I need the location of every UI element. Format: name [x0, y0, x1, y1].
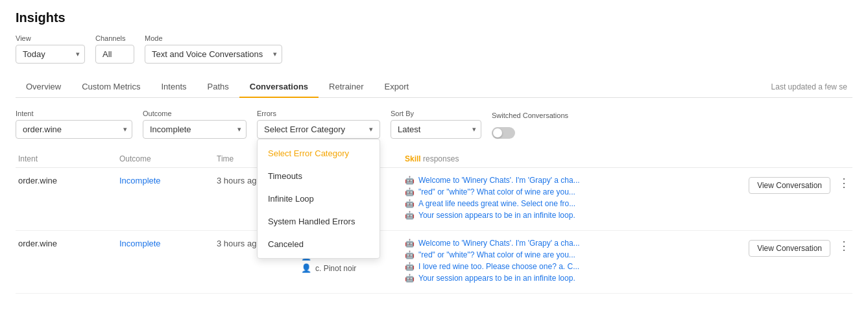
errors-dropdown-menu: Select Error Category Timeouts Infinite …	[257, 139, 380, 259]
bot-icon: 🤖	[405, 262, 415, 271]
skill-item: 🤖 Welcome to 'Winery Chats'. I'm 'Grapy'…	[405, 239, 749, 248]
skill-text: Your session appears to be in an infinit…	[418, 274, 575, 283]
table-row: order.wine Incomplete 3 hours ago 👤 orde…	[16, 231, 852, 294]
sort-select[interactable]: Latest Oldest	[391, 120, 481, 139]
skill-item: 🤖 Your session appears to be in an infin…	[405, 274, 749, 283]
skill-item: 🤖 I love red wine too. Please choose one…	[405, 262, 749, 271]
sort-select-wrapper: Latest Oldest ▾	[391, 120, 481, 139]
mode-select-wrapper: Text and Voice Conversations Text Conver…	[145, 45, 282, 64]
intent-select-wrapper: order.wine ▾	[16, 120, 132, 139]
errors-option-canceled[interactable]: Canceled	[258, 233, 380, 255]
secondary-filters: Intent order.wine ▾ Outcome Incomplete C…	[16, 110, 852, 139]
skill-item: 🤖 A great life needs great wine. Select …	[405, 199, 749, 208]
mode-label: Mode	[145, 34, 282, 42]
switched-label: Switched Conversations	[492, 112, 568, 119]
skill-text: Welcome to 'Winery Chats'. I'm 'Grapy' a…	[418, 176, 580, 185]
errors-option-select-error[interactable]: Select Error Category	[258, 142, 380, 165]
view-conversation-button-1[interactable]: View Conversation	[749, 177, 830, 194]
errors-dropdown-wrap: Select Error Category ▾ Select Error Cat…	[257, 120, 380, 139]
intent-select[interactable]: order.wine	[16, 120, 132, 139]
tab-custom-metrics[interactable]: Custom Metrics	[71, 77, 151, 98]
toggle-knob	[493, 128, 502, 137]
channels-filter-group: Channels	[95, 34, 134, 64]
row-skill-2: 🤖 Welcome to 'Winery Chats'. I'm 'Grapy'…	[405, 239, 749, 285]
errors-option-infinite-loop[interactable]: Infinite Loop	[258, 187, 380, 210]
last-updated: Last updated a few se	[771, 82, 852, 91]
switched-toggle[interactable]	[492, 127, 515, 139]
outcome-select[interactable]: Incomplete Complete	[143, 120, 247, 139]
skill-text: "red" or "white"? What color of wine are…	[418, 250, 575, 259]
tabs-row: Overview Custom Metrics Intents Paths Co…	[16, 77, 852, 98]
errors-option-timeouts[interactable]: Timeouts	[258, 165, 380, 187]
page-title: Insights	[16, 10, 852, 25]
skill-text: Welcome to 'Winery Chats'. I'm 'Grapy' a…	[418, 239, 580, 248]
bot-icon: 🤖	[405, 199, 415, 208]
errors-option-system-handled[interactable]: System Handled Errors	[258, 210, 380, 233]
errors-filter-label: Errors	[257, 110, 380, 117]
bot-icon: 🤖	[405, 250, 415, 259]
sort-filter-label: Sort By	[391, 110, 481, 117]
view-conversation-button-2[interactable]: View Conversation	[749, 240, 830, 257]
tab-retrainer[interactable]: Retrainer	[319, 77, 374, 98]
skill-text: I love red wine too. Please choose one? …	[418, 262, 579, 271]
person-icon: 👤	[301, 263, 311, 273]
row-intent-1: order.wine	[16, 176, 119, 185]
intent-filter-label: Intent	[16, 110, 132, 117]
mode-filter-group: Mode Text and Voice Conversations Text C…	[145, 34, 282, 64]
col-header-intent: Intent	[16, 154, 119, 163]
table-row: order.wine Incomplete 3 hours ago 🤖 Welc…	[16, 168, 852, 231]
bot-icon: 🤖	[405, 187, 415, 196]
errors-select-arrow: ▾	[369, 125, 373, 134]
tab-paths[interactable]: Paths	[197, 77, 239, 98]
table-header: Intent Outcome Time Conversation Skill r…	[16, 150, 852, 168]
row-intent-2: order.wine	[16, 239, 119, 248]
tab-export[interactable]: Export	[374, 77, 420, 98]
skill-item: 🤖 Your session appears to be in an infin…	[405, 211, 749, 220]
view-label: View	[16, 34, 85, 42]
row-actions-1: View Conversation ⋮	[749, 176, 852, 194]
mode-select[interactable]: Text and Voice Conversations Text Conver…	[145, 45, 282, 64]
row-skill-1: 🤖 Welcome to 'Winery Chats'. I'm 'Grapy'…	[405, 176, 749, 222]
sort-filter-group: Sort By Latest Oldest ▾	[391, 110, 481, 139]
bot-icon: 🤖	[405, 239, 415, 248]
convo-item: 👤 c. Pinot noir	[301, 263, 405, 273]
row-outcome-1: Incomplete	[119, 176, 217, 185]
view-select[interactable]: Today Yesterday Last 7 days	[16, 45, 85, 64]
bot-icon: 🤖	[405, 211, 415, 220]
row-actions-2: View Conversation ⋮	[749, 239, 852, 257]
intent-filter-group: Intent order.wine ▾	[16, 110, 132, 139]
skill-item: 🤖 Welcome to 'Winery Chats'. I'm 'Grapy'…	[405, 176, 749, 185]
col-header-outcome: Outcome	[119, 154, 217, 163]
view-filter-group: View Today Yesterday Last 7 days ▾	[16, 34, 85, 64]
channels-label: Channels	[95, 34, 134, 42]
col-header-skill: Skill responses	[405, 154, 749, 163]
tab-intents[interactable]: Intents	[151, 77, 197, 98]
bot-icon: 🤖	[405, 274, 415, 283]
outcome-filter-label: Outcome	[143, 110, 247, 117]
channels-input[interactable]	[95, 45, 134, 64]
switched-conversations-group: Switched Conversations	[492, 112, 568, 139]
more-options-button-2[interactable]: ⋮	[836, 240, 852, 252]
errors-filter-group: Errors Select Error Category ▾ Select Er…	[257, 110, 380, 139]
errors-select-trigger[interactable]: Select Error Category ▾	[257, 120, 380, 139]
skill-text: Your session appears to be in an infinit…	[418, 211, 575, 220]
skill-item: 🤖 "red" or "white"? What color of wine a…	[405, 250, 749, 259]
view-select-wrapper: Today Yesterday Last 7 days ▾	[16, 45, 85, 64]
outcome-filter-group: Outcome Incomplete Complete ▾	[143, 110, 247, 139]
row-outcome-2: Incomplete	[119, 239, 217, 248]
bot-icon: 🤖	[405, 176, 415, 185]
top-filters: View Today Yesterday Last 7 days ▾ Chann…	[16, 34, 852, 64]
errors-select-value: Select Error Category	[264, 124, 345, 134]
skill-text: "red" or "white"? What color of wine are…	[418, 187, 575, 196]
skill-item: 🤖 "red" or "white"? What color of wine a…	[405, 187, 749, 196]
convo-text: c. Pinot noir	[315, 264, 356, 273]
skill-text: A great life needs great wine. Select on…	[418, 199, 575, 208]
more-options-button-1[interactable]: ⋮	[836, 177, 852, 189]
tab-conversations[interactable]: Conversations	[239, 77, 319, 98]
skill-label: Skill	[405, 154, 421, 163]
outcome-select-wrapper: Incomplete Complete ▾	[143, 120, 247, 139]
tab-overview[interactable]: Overview	[16, 77, 71, 98]
